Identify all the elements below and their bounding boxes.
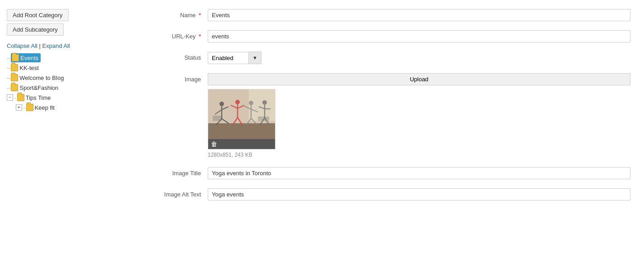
dash-connector: -- [7, 65, 10, 70]
tree-row: -- Events [7, 53, 129, 63]
folder-icon [26, 104, 33, 111]
status-dropdown-button[interactable]: ▼ [249, 51, 261, 64]
image-info: 1280x851, 243 KB [208, 152, 630, 158]
image-alt-label: Image Alt Text [149, 188, 208, 198]
image-title-row: Image Title [149, 167, 630, 179]
tree-item-kk-test[interactable]: KK-test [11, 63, 39, 72]
folder-icon [12, 54, 19, 61]
svg-rect-28 [213, 116, 222, 121]
dash-connector: -- [7, 55, 10, 61]
name-input[interactable] [208, 9, 630, 21]
collapse-expand-controls: Collapse All | Expand All [7, 42, 129, 49]
status-wrapper: Enabled Disabled ▼ [208, 51, 261, 64]
tree-toggle-plus[interactable]: + [16, 104, 22, 111]
name-row: Name * [149, 9, 630, 21]
tree-row: + - Keep fit [16, 103, 129, 112]
tree-item-events[interactable]: Events [11, 53, 41, 62]
folder-icon [11, 84, 18, 91]
tree-label-sport: Sport&Fashion [19, 84, 58, 91]
image-preview [208, 89, 275, 139]
name-required: * [199, 12, 201, 19]
tree-row: − - Tips Time [7, 93, 129, 103]
status-label: Status [149, 51, 208, 61]
svg-rect-1 [208, 123, 275, 139]
upload-button[interactable]: Upload [208, 73, 630, 85]
image-alt-row: Image Alt Text [149, 188, 630, 200]
delete-icon[interactable]: 🗑 [211, 140, 217, 148]
right-panel: Name * URL-Key * Status Enabled Disabled [135, 5, 644, 270]
image-field-area: Upload [208, 73, 630, 158]
tree-row: -- KK-test [7, 63, 129, 73]
image-label: Image [149, 73, 208, 83]
folder-icon [17, 94, 24, 101]
url-key-label: URL-Key * [149, 30, 208, 40]
dash-connector: -- [7, 75, 10, 80]
image-preview-container: 🗑 [208, 89, 275, 149]
tree-label-keepfit: Keep fit [35, 104, 55, 111]
category-tree: -- Events -- KK-test -- Welcome to [7, 53, 129, 112]
image-delete-bar: 🗑 [208, 139, 275, 149]
svg-point-16 [249, 101, 253, 105]
tree-item-keepfit[interactable]: Keep fit [26, 103, 55, 112]
top-buttons: Add Root Category Add Subcategory [7, 9, 129, 38]
dash-connector: -- [7, 85, 10, 90]
tree-toggle-minus[interactable]: − [7, 94, 13, 101]
tree-label-kk-test: KK-test [19, 65, 39, 71]
collapse-all-link[interactable]: Collapse All [7, 42, 37, 49]
url-required: * [199, 33, 201, 40]
expand-all-link[interactable]: Expand All [42, 42, 70, 49]
add-subcategory-button[interactable]: Add Subcategory [7, 23, 64, 36]
tree-row: -- Welcome to Blog [7, 73, 129, 83]
svg-rect-3 [249, 89, 275, 121]
svg-point-4 [219, 102, 224, 106]
svg-point-10 [235, 100, 240, 104]
tree-row: -- Sport&Fashion [7, 83, 129, 93]
tree-label-events: Events [20, 55, 38, 61]
image-alt-input[interactable] [208, 188, 630, 200]
tree-item-sport[interactable]: Sport&Fashion [11, 83, 58, 92]
dash-connector: - [23, 105, 25, 110]
left-panel: Add Root Category Add Subcategory Collap… [0, 5, 135, 270]
tree-label-tips: Tips Time [26, 94, 51, 101]
svg-point-22 [262, 100, 267, 105]
image-title-input[interactable] [208, 167, 630, 179]
tree-item-tips[interactable]: Tips Time [17, 93, 51, 102]
add-root-category-button[interactable]: Add Root Category [7, 9, 69, 21]
svg-rect-29 [258, 117, 269, 121]
url-key-input[interactable] [208, 30, 630, 42]
folder-icon [11, 64, 18, 71]
tree-item-welcome[interactable]: Welcome to Blog [11, 73, 64, 82]
folder-icon [11, 74, 18, 81]
status-select[interactable]: Enabled Disabled [208, 52, 249, 64]
image-row: Image Upload [149, 73, 630, 158]
image-title-label: Image Title [149, 167, 208, 177]
name-label: Name * [149, 9, 208, 19]
url-key-row: URL-Key * [149, 30, 630, 42]
tree-label-welcome: Welcome to Blog [19, 75, 64, 81]
dash-connector: - [14, 95, 16, 100]
preview-image-svg [208, 89, 275, 139]
status-row: Status Enabled Disabled ▼ [149, 51, 630, 64]
separator: | [39, 42, 42, 49]
